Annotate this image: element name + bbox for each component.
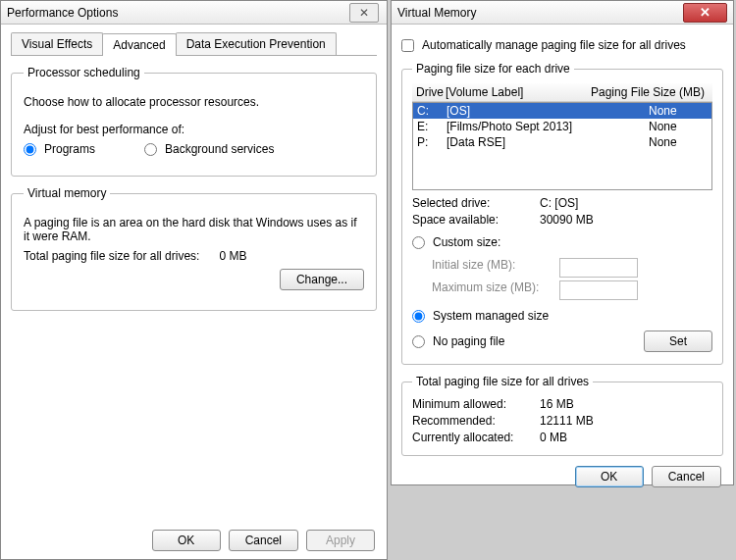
drive-list[interactable]: C: [OS] None E: [Films/Photo Sept 2013] … <box>412 102 712 190</box>
radio-background-input[interactable] <box>144 143 157 156</box>
radio-system-managed[interactable]: System managed size <box>412 309 549 323</box>
tab-advanced[interactable]: Advanced <box>102 33 176 56</box>
rec-value: 12111 MB <box>540 414 594 428</box>
initial-size-input <box>559 258 638 278</box>
each-drive-legend: Paging file size for each drive <box>412 62 574 76</box>
hdr-vol: [Volume Label] <box>446 85 591 99</box>
titlebar: Virtual Memory ✕ <box>392 1 733 25</box>
titlebar: Performance Options ✕ <box>1 1 387 25</box>
processor-scheduling-legend: Processor scheduling <box>24 66 144 79</box>
vm-total-value: 0 MB <box>219 249 246 263</box>
close-icon[interactable]: ✕ <box>349 3 379 23</box>
performance-options-window: Performance Options ✕ Visual Effects Adv… <box>0 0 388 560</box>
drive-row[interactable]: E: [Films/Photo Sept 2013] None <box>413 119 711 134</box>
radio-programs[interactable]: Programs <box>24 142 95 156</box>
drive-volume: [OS] <box>447 104 649 118</box>
cur-value: 0 MB <box>540 431 567 444</box>
drive-pfs: None <box>649 135 708 149</box>
radio-custom-label: Custom size: <box>433 235 500 249</box>
window-title: Performance Options <box>7 6 118 20</box>
drive-row[interactable]: C: [OS] None <box>413 103 711 119</box>
each-drive-group: Paging file size for each drive Drive [V… <box>401 62 723 365</box>
tab-visual-effects[interactable]: Visual Effects <box>11 32 103 55</box>
maximum-size-input <box>559 280 638 300</box>
min-label: Minimum allowed: <box>412 397 540 411</box>
auto-manage-checkbox[interactable]: Automatically manage paging file size fo… <box>401 38 723 52</box>
radio-system-input[interactable] <box>412 310 425 323</box>
virtual-memory-group: Virtual memory A paging file is an area … <box>11 186 377 311</box>
tabs: Visual Effects Advanced Data Execution P… <box>11 32 377 56</box>
drive-letter: C: <box>417 104 447 118</box>
ok-button[interactable]: OK <box>575 466 644 487</box>
close-icon[interactable]: ✕ <box>683 3 727 23</box>
apply-button: Apply <box>306 530 375 551</box>
drive-row[interactable]: P: [Data RSE] None <box>413 134 711 150</box>
drive-list-header: Drive [Volume Label] Paging File Size (M… <box>412 83 712 102</box>
radio-custom-input[interactable] <box>412 236 425 249</box>
hdr-pfs: Paging File Size (MB) <box>591 85 709 99</box>
radio-background[interactable]: Background services <box>144 142 274 156</box>
cur-label: Currently allocated: <box>412 431 540 444</box>
min-value: 16 MB <box>540 397 574 411</box>
space-available-value: 30090 MB <box>540 213 594 227</box>
radio-no-paging-input[interactable] <box>412 335 425 348</box>
drive-pfs: None <box>649 104 708 118</box>
auto-manage-input[interactable] <box>401 39 414 52</box>
radio-custom-size[interactable]: Custom size: <box>412 235 500 249</box>
set-button[interactable]: Set <box>644 331 712 352</box>
vm-total-label: Total paging file size for all drives: <box>24 249 199 263</box>
selected-drive-value: C: [OS] <box>540 196 578 210</box>
vm-desc: A paging file is an area on the hard dis… <box>24 216 364 243</box>
change-button[interactable]: Change... <box>280 269 364 290</box>
drive-letter: P: <box>417 135 447 149</box>
ps-adjust: Adjust for best performance of: <box>24 123 364 136</box>
drive-volume: [Data RSE] <box>447 135 649 149</box>
virtual-memory-window: Virtual Memory ✕ Automatically manage pa… <box>391 0 734 485</box>
tab-dep[interactable]: Data Execution Prevention <box>176 32 337 55</box>
radio-no-paging[interactable]: No paging file <box>412 334 644 348</box>
ps-intro: Choose how to allocate processor resourc… <box>24 95 364 109</box>
drive-letter: E: <box>417 120 447 133</box>
total-group: Total paging file size for all drives Mi… <box>401 375 723 456</box>
radio-background-label: Background services <box>165 142 274 156</box>
drive-volume: [Films/Photo Sept 2013] <box>447 120 649 133</box>
processor-scheduling-group: Processor scheduling Choose how to alloc… <box>11 66 377 177</box>
ok-button[interactable]: OK <box>152 530 221 551</box>
space-available-label: Space available: <box>412 213 540 227</box>
cancel-button[interactable]: Cancel <box>229 530 298 551</box>
total-legend: Total paging file size for all drives <box>412 375 593 388</box>
virtual-memory-legend: Virtual memory <box>24 186 110 200</box>
radio-system-label: System managed size <box>433 309 549 323</box>
radio-no-paging-label: No paging file <box>433 334 504 348</box>
radio-programs-input[interactable] <box>24 143 36 156</box>
radio-programs-label: Programs <box>44 142 95 156</box>
auto-manage-label: Automatically manage paging file size fo… <box>422 38 686 52</box>
initial-size-label: Initial size (MB): <box>432 258 559 278</box>
selected-drive-label: Selected drive: <box>412 196 540 210</box>
cancel-button[interactable]: Cancel <box>652 466 721 487</box>
maximum-size-label: Maximum size (MB): <box>432 280 559 300</box>
window-title: Virtual Memory <box>397 6 476 20</box>
drive-pfs: None <box>649 120 708 133</box>
hdr-drive: Drive <box>416 85 446 99</box>
rec-label: Recommended: <box>412 414 540 428</box>
